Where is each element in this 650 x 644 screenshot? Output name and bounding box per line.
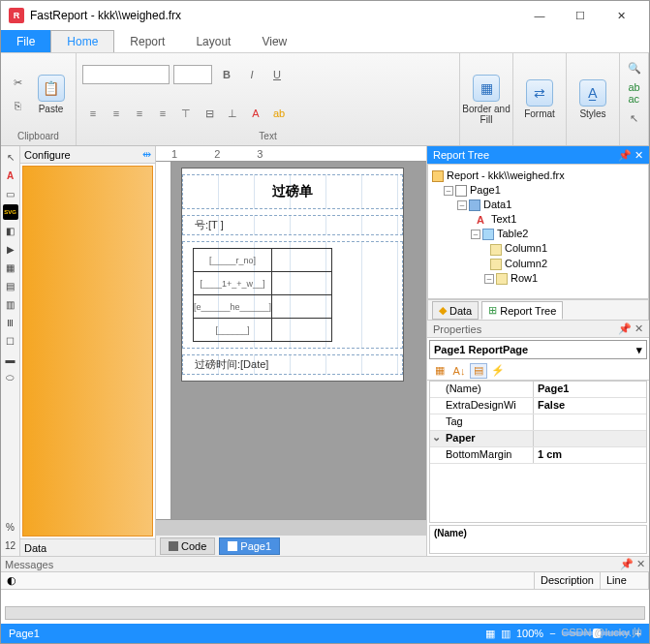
tool-svg[interactable]: SVG [3, 204, 18, 220]
snap-icon[interactable]: ▥ [501, 628, 511, 640]
valign-mid-icon[interactable]: ⊟ [199, 103, 220, 124]
data-drop-area[interactable] [22, 166, 153, 537]
table-cell[interactable]: [_____r_no] [194, 249, 272, 272]
size-combo[interactable] [173, 65, 212, 84]
table-cell[interactable]: [______] [194, 319, 272, 342]
configure-label: Configure [24, 149, 71, 161]
tree-tab-data[interactable]: ◆Data [432, 301, 479, 320]
text-node-icon: A [477, 214, 488, 226]
cut-icon[interactable]: ✂ [7, 72, 28, 93]
pin-icon[interactable]: 📌 [620, 558, 634, 569]
report-table[interactable]: [_____r_no] [____1+_+_w__] [e______he___… [193, 248, 332, 342]
fontcolor-icon[interactable]: A [245, 103, 266, 124]
minimize-button[interactable]: — [519, 2, 560, 29]
valign-bot-icon[interactable]: ⊥ [222, 103, 243, 124]
field-date[interactable]: 过磅时间:[Date] [185, 357, 400, 372]
tab-page1[interactable]: Page1 [219, 537, 280, 555]
replace-icon[interactable]: abac [624, 82, 645, 104]
zoom-out-button[interactable]: − [549, 628, 555, 639]
tool-4[interactable]: ◧ [3, 223, 18, 238]
ruler-vertical [156, 162, 171, 519]
tool-12[interactable]: ⬭ [3, 370, 18, 385]
table-cell[interactable] [272, 295, 332, 319]
group-expand-icon[interactable]: ⌄ [430, 431, 442, 446]
tree-tab-tree[interactable]: ⊞Report Tree [481, 301, 563, 320]
tool-b2[interactable]: 12 [3, 537, 18, 553]
table-cell[interactable] [272, 319, 332, 342]
report-tree[interactable]: Report - kkk\\weighed.frx −Page1 −Data1 … [427, 164, 649, 299]
tool-picture[interactable]: ▭ [3, 186, 18, 201]
menu-view[interactable]: View [246, 30, 302, 52]
table-cell[interactable]: [____1+_+_w__] [194, 272, 272, 295]
close-button[interactable]: ✕ [601, 2, 641, 29]
tab-code[interactable]: Code [160, 537, 215, 555]
report-page[interactable]: 过磅单 号:[T ] [_____r_no] [____1+_+_w__] [e… [181, 168, 404, 382]
expand-icon[interactable]: − [444, 186, 453, 196]
table-cell[interactable]: [e______he______] [194, 295, 272, 319]
pointer-icon[interactable]: ↖ [624, 107, 645, 129]
underline-button[interactable]: U [266, 64, 288, 85]
tool-11[interactable]: ▬ [3, 352, 18, 367]
align-justify-icon[interactable]: ≡ [152, 103, 173, 124]
align-left-icon[interactable]: ≡ [82, 103, 104, 124]
panel-close-icon[interactable]: ✕ [635, 322, 643, 334]
panel-close-icon[interactable]: ✕ [635, 149, 643, 161]
splitter-icon[interactable]: ⇹ [142, 148, 151, 161]
table-cell[interactable] [272, 272, 332, 295]
tool-9[interactable]: Ⅲ [3, 315, 18, 330]
tool-b1[interactable]: % [3, 519, 18, 535]
expand-icon[interactable]: − [457, 200, 467, 210]
tool-7[interactable]: ▤ [3, 278, 18, 293]
tool-10[interactable]: ☐ [3, 333, 18, 349]
copy-icon[interactable]: ⎘ [7, 95, 28, 116]
format-button[interactable]: ⇄Format [519, 71, 560, 129]
props-event-icon[interactable]: ⚡ [489, 363, 507, 379]
bold-button[interactable]: B [216, 64, 237, 85]
props-page-icon[interactable]: ▤ [470, 363, 487, 379]
tool-6[interactable]: ▦ [3, 260, 18, 275]
maximize-button[interactable]: ☐ [560, 2, 601, 29]
expand-icon[interactable]: − [484, 274, 494, 284]
tree-title: Report Tree [433, 149, 489, 161]
property-grid[interactable]: (Name)Page1 ExtraDesignWiFalse Tag ⌄Pape… [429, 381, 647, 523]
find-icon[interactable]: 🔍 [624, 57, 645, 78]
page-node-icon [455, 185, 467, 197]
data-tab[interactable]: Data [20, 538, 155, 556]
hscrollbar[interactable] [156, 519, 426, 535]
msg-scrollbar[interactable] [5, 606, 645, 620]
italic-button[interactable]: I [241, 64, 263, 85]
props-cat-icon[interactable]: ▦ [431, 363, 449, 379]
menu-layout[interactable]: Layout [180, 30, 246, 52]
props-sort-icon[interactable]: A↓ [450, 363, 468, 379]
msg-col-line[interactable]: Line [601, 572, 649, 589]
expand-icon[interactable]: − [471, 230, 480, 239]
grid-icon[interactable]: ▦ [485, 628, 495, 640]
menu-home[interactable]: Home [50, 30, 114, 52]
valign-top-icon[interactable]: ⊤ [175, 103, 197, 124]
data-node-icon [469, 199, 480, 211]
highlight-icon[interactable]: ab [268, 103, 290, 124]
border-icon: ▦ [473, 75, 500, 102]
field-serial[interactable]: 号:[T ] [185, 218, 400, 232]
font-combo[interactable] [82, 65, 170, 84]
tool-text[interactable]: A [3, 168, 18, 183]
panel-close-icon[interactable]: ✕ [636, 558, 645, 569]
border-fill-button[interactable]: ▦Border and Fill [466, 71, 507, 129]
pin-icon[interactable]: 📌 [618, 149, 632, 161]
msg-col-desc[interactable]: Description [535, 572, 601, 589]
menu-file[interactable]: File [1, 30, 50, 52]
status-page: Page1 [9, 628, 40, 639]
styles-button[interactable]: A̲Styles [573, 71, 613, 129]
format-icon: ⇄ [526, 79, 553, 107]
report-title[interactable]: 过磅单 [185, 177, 400, 206]
align-right-icon[interactable]: ≡ [129, 103, 150, 124]
paste-button[interactable]: 📋 Paste [32, 65, 70, 123]
align-center-icon[interactable]: ≡ [106, 103, 127, 124]
tool-select[interactable]: ↖ [3, 149, 18, 165]
tool-5[interactable]: ▶ [3, 241, 18, 257]
tool-8[interactable]: ▥ [3, 296, 18, 312]
table-cell[interactable] [272, 249, 332, 272]
pin-icon[interactable]: 📌 [618, 322, 632, 334]
props-selector[interactable]: Page1 ReportPage▾ [429, 340, 647, 359]
menu-report[interactable]: Report [114, 30, 180, 52]
